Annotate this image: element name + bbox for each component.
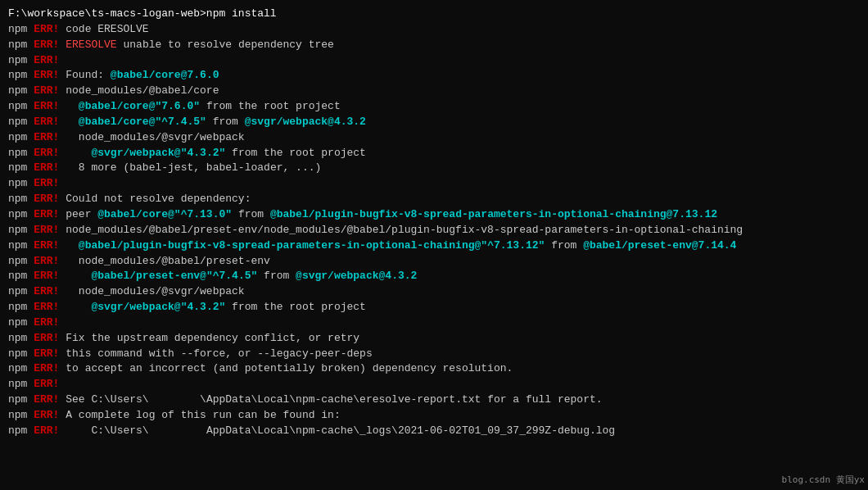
terminal-text: ERR! (34, 161, 59, 176)
terminal-line: npm ERR! (8, 176, 860, 192)
terminal-text: AppData\Local\npm-cache\_logs\2021-06-02… (206, 424, 615, 439)
terminal-text: A complete log of this run can be found … (59, 408, 340, 424)
terminal-text: npm (8, 176, 34, 192)
terminal-text: @babel/preset-env@"^7.4.5" (91, 269, 257, 284)
terminal-text: from (206, 115, 245, 130)
terminal-text: npm (8, 84, 34, 99)
terminal-line: npm ERR! 8 more (babel-jest, babel-loade… (8, 161, 860, 176)
terminal-text: npm (8, 192, 34, 207)
terminal-text: ERR! (34, 176, 59, 192)
terminal-line: npm ERR! to accept an incorrect (and pot… (8, 361, 860, 377)
terminal-line: npm ERR! @svgr/webpack@"4.3.2" from the … (8, 146, 860, 161)
terminal-text: ERR! (34, 38, 59, 53)
terminal-text: @svgr/webpack@4.3.2 (245, 115, 366, 130)
terminal-text: ERR! (34, 269, 59, 284)
terminal-line: npm ERR! @svgr/webpack@"4.3.2" from the … (8, 300, 860, 315)
terminal-text: Could not resolve dependency: (59, 192, 251, 207)
terminal-text: npm (8, 161, 34, 176)
terminal-text: @babel/preset-env@7.14.4 (583, 238, 736, 254)
terminal-text: npm (8, 284, 34, 300)
terminal-text: ERR! (34, 331, 59, 347)
terminal-text: npm (8, 130, 34, 146)
terminal-line: npm ERR! Fix the upstream dependency con… (8, 331, 860, 347)
terminal-line: npm ERR! (8, 53, 860, 69)
terminal-line: npm ERR! node_modules/@svgr/webpack (8, 284, 860, 300)
terminal-text: from (232, 207, 270, 223)
terminal-text: npm (8, 331, 34, 347)
terminal-text: @babel/core@"^7.4.5" (79, 115, 206, 130)
terminal-text: node_modules/@babel/preset-env/node_modu… (59, 223, 743, 238)
terminal-text: ERR! (34, 68, 59, 84)
terminal-text (59, 115, 78, 130)
terminal-line: npm ERR! C:\Users\ AppData\Local\npm-cac… (8, 424, 860, 439)
terminal-text: npm (8, 146, 34, 161)
terminal-text: ERR! (34, 192, 59, 207)
terminal-text: ERR! (34, 284, 59, 300)
terminal-text (59, 38, 66, 53)
terminal-text: node_modules/@babel/core (59, 84, 219, 99)
terminal-text: @babel/core@7.6.0 (111, 68, 219, 84)
terminal-text: ERR! (34, 315, 59, 331)
terminal-text: npm (8, 223, 34, 238)
terminal-text: to accept an incorrect (and potentially … (59, 361, 513, 377)
terminal-text: ERR! (34, 300, 59, 315)
terminal-text: npm (8, 99, 34, 115)
terminal-text: ERR! (34, 207, 59, 223)
terminal-text: from (257, 269, 296, 284)
terminal-text: ERR! (34, 377, 59, 392)
terminal-text (59, 146, 91, 161)
terminal-text: npm (8, 361, 34, 377)
terminal-text: @babel/plugin-bugfix-v8-spread-parameter… (270, 207, 717, 223)
terminal-text: ERR! (34, 146, 59, 161)
terminal-text: ERR! (34, 361, 59, 377)
terminal-text: npm (8, 207, 34, 223)
terminal-text: ERR! (34, 408, 59, 424)
terminal-text: peer (59, 207, 97, 223)
terminal-text: F:\workspace\ts-macs-logan-web>npm insta… (8, 7, 277, 22)
terminal-text: code ERESOLVE (59, 22, 148, 38)
terminal-text (59, 300, 91, 315)
terminal-text: @babel/core@"^7.13.0" (97, 207, 232, 223)
terminal-text: npm (8, 53, 34, 69)
terminal-text: node_modules/@svgr/webpack (59, 284, 244, 300)
terminal-text: from the root project (200, 99, 341, 115)
terminal-text: npm (8, 269, 34, 284)
terminal-text: npm (8, 115, 34, 130)
terminal-text: ERR! (34, 53, 59, 69)
terminal-line: npm ERR! ERESOLVE unable to resolve depe… (8, 38, 860, 53)
terminal-text: @svgr/webpack@"4.3.2" (91, 146, 225, 161)
terminal-line: npm ERR! node_modules/@svgr/webpack (8, 130, 860, 146)
terminal-text: from the root project (225, 146, 366, 161)
terminal-text: from (545, 238, 583, 254)
terminal-text: npm (8, 392, 34, 408)
terminal-text: ERR! (34, 115, 59, 130)
terminal-window: F:\workspace\ts-macs-logan-web>npm insta… (0, 0, 868, 490)
terminal-line: npm ERR! @babel/core@"^7.4.5" from @svgr… (8, 115, 860, 130)
terminal-text: npm (8, 68, 34, 84)
terminal-text: @svgr/webpack@"4.3.2" (91, 300, 225, 315)
terminal-text: npm (8, 347, 34, 362)
terminal-text: C:\Users\ (59, 424, 148, 439)
terminal-text: See C:\Users\ (59, 392, 148, 408)
terminal-line: npm ERR! A complete log of this run can … (8, 408, 860, 424)
terminal-text: \AppData\Local\npm-cache\eresolve-report… (200, 392, 602, 408)
terminal-text: ERR! (34, 347, 59, 362)
terminal-text: @babel/plugin-bugfix-v8-spread-parameter… (79, 238, 545, 254)
terminal-text: from the root project (225, 300, 366, 315)
terminal-text: ERR! (34, 22, 59, 38)
terminal-line: npm ERR! code ERESOLVE (8, 22, 860, 38)
terminal-text: node_modules/@svgr/webpack (59, 130, 244, 146)
terminal-text: npm (8, 254, 34, 270)
terminal-text: unable to resolve dependency tree (117, 38, 334, 53)
terminal-line: npm ERR! @babel/core@"7.6.0" from the ro… (8, 99, 860, 115)
terminal-text: Fix the upstream dependency conflict, or… (59, 331, 359, 347)
terminal-line: npm ERR! @babel/preset-env@"^7.4.5" from… (8, 269, 860, 284)
terminal-text: ERR! (34, 392, 59, 408)
terminal-text: node_modules/@babel/preset-env (59, 254, 269, 270)
terminal-line: npm ERR! peer @babel/core@"^7.13.0" from… (8, 207, 860, 223)
terminal-text: Found: (59, 68, 110, 84)
terminal-text: ERESOLVE (66, 38, 116, 53)
terminal-text (59, 269, 91, 284)
terminal-text: npm (8, 315, 34, 331)
terminal-line: npm ERR! (8, 377, 860, 392)
